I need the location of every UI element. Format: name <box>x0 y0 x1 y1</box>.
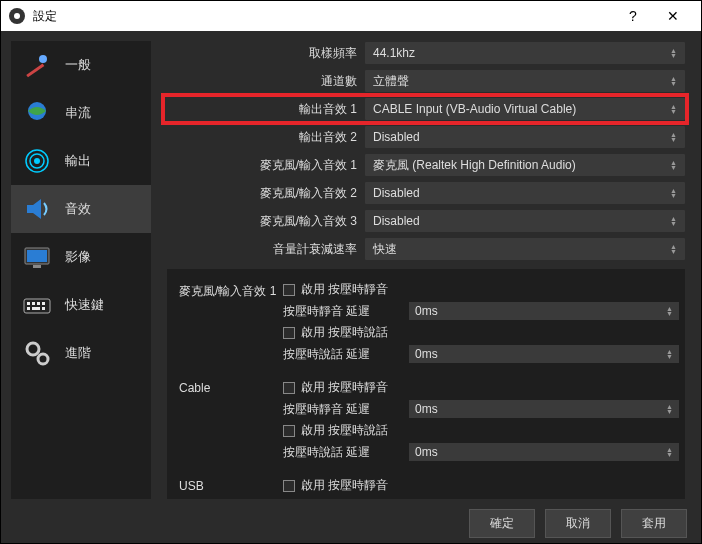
delay-row: 按壓時說話 延遲0ms▲▼ <box>283 345 679 363</box>
label-meter-decay: 音量計衰減速率 <box>167 241 357 258</box>
svg-point-1 <box>39 55 47 63</box>
content-area: 取樣頻率 44.1khz▲▼ 通道數 立體聲▲▼ 輸出音效 1 CABLE In… <box>161 41 691 499</box>
select-sample-rate[interactable]: 44.1khz▲▼ <box>365 42 685 64</box>
svg-rect-15 <box>32 307 40 310</box>
select-mic-aux-2[interactable]: Disabled▲▼ <box>365 182 685 204</box>
checkbox-row: 啟用 按壓時說話 <box>283 422 679 439</box>
checkbox-row: 啟用 按壓時靜音 <box>283 379 679 396</box>
svg-rect-0 <box>26 63 44 77</box>
spinner-arrows-icon: ▲▼ <box>670 76 677 86</box>
sidebar-item-general[interactable]: 一般 <box>11 41 151 89</box>
settings-window: 設定 ? ✕ 一般 串流 輸出 <box>0 0 702 544</box>
checkbox-row: 啟用 按壓時靜音 <box>283 477 679 493</box>
spinner-arrows-icon: ▲▼ <box>670 48 677 58</box>
hotkey-group: USB啟用 按壓時靜音按壓時靜音 延遲0ms▲▼ <box>173 471 679 493</box>
spinner-arrows-icon: ▲▼ <box>670 160 677 170</box>
titlebar: 設定 ? ✕ <box>1 1 701 31</box>
hotkey-group-label: 麥克風/輸入音效 1 <box>173 281 283 363</box>
sidebar-label: 快速鍵 <box>65 296 104 314</box>
checkbox[interactable] <box>283 327 295 339</box>
label-mic-aux-1: 麥克風/輸入音效 1 <box>167 157 357 174</box>
checkbox-label: 啟用 按壓時靜音 <box>301 477 388 493</box>
label-sample-rate: 取樣頻率 <box>167 45 357 62</box>
globe-icon <box>21 97 53 129</box>
window-title: 設定 <box>33 8 57 25</box>
sidebar-item-stream[interactable]: 串流 <box>11 89 151 137</box>
sidebar-item-output[interactable]: 輸出 <box>11 137 151 185</box>
hotkey-group-label: Cable <box>173 379 283 461</box>
delay-row: 按壓時說話 延遲0ms▲▼ <box>283 443 679 461</box>
checkbox-row: 啟用 按壓時說話 <box>283 324 679 341</box>
sidebar-label: 一般 <box>65 56 91 74</box>
checkbox-label: 啟用 按壓時說話 <box>301 324 388 341</box>
spinner-arrows-icon: ▲▼ <box>670 132 677 142</box>
label-channels: 通道數 <box>167 73 357 90</box>
checkbox[interactable] <box>283 480 295 492</box>
tools-icon <box>21 49 53 81</box>
hotkey-group-label: USB <box>173 477 283 493</box>
close-button[interactable]: ✕ <box>653 1 693 31</box>
select-mic-aux-1[interactable]: 麥克風 (Realtek High Definition Audio)▲▼ <box>365 154 685 176</box>
svg-rect-16 <box>42 307 45 310</box>
svg-rect-7 <box>27 250 47 262</box>
broadcast-icon <box>21 145 53 177</box>
hotkey-group: 麥克風/輸入音效 1啟用 按壓時靜音按壓時靜音 延遲0ms▲▼啟用 按壓時說話按… <box>173 275 679 373</box>
svg-rect-10 <box>27 302 30 305</box>
delay-input[interactable]: 0ms▲▼ <box>409 302 679 320</box>
sidebar-label: 進階 <box>65 344 91 362</box>
svg-rect-13 <box>42 302 45 305</box>
delay-row: 按壓時靜音 延遲0ms▲▼ <box>283 302 679 320</box>
help-button[interactable]: ? <box>613 1 653 31</box>
sidebar-item-video[interactable]: 影像 <box>11 233 151 281</box>
sidebar: 一般 串流 輸出 音效 <box>11 41 151 499</box>
svg-rect-12 <box>37 302 40 305</box>
spinner-arrows-icon: ▲▼ <box>670 104 677 114</box>
sidebar-item-audio[interactable]: 音效 <box>11 185 151 233</box>
sidebar-label: 音效 <box>65 200 91 218</box>
monitor-icon <box>21 241 53 273</box>
spinner-arrows-icon: ▲▼ <box>670 216 677 226</box>
checkbox[interactable] <box>283 382 295 394</box>
delay-row: 按壓時靜音 延遲0ms▲▼ <box>283 400 679 418</box>
svg-rect-14 <box>27 307 30 310</box>
label-desktop-audio-1: 輸出音效 1 <box>167 101 357 118</box>
checkbox-label: 啟用 按壓時說話 <box>301 422 388 439</box>
select-channels[interactable]: 立體聲▲▼ <box>365 70 685 92</box>
spinner-arrows-icon: ▲▼ <box>666 306 673 316</box>
delay-label: 按壓時說話 延遲 <box>283 444 403 461</box>
select-mic-aux-3[interactable]: Disabled▲▼ <box>365 210 685 232</box>
svg-rect-11 <box>32 302 35 305</box>
sidebar-label: 串流 <box>65 104 91 122</box>
select-meter-decay[interactable]: 快速▲▼ <box>365 238 685 260</box>
obs-icon <box>9 8 25 24</box>
delay-label: 按壓時靜音 延遲 <box>283 401 403 418</box>
apply-button[interactable]: 套用 <box>621 509 687 538</box>
speaker-icon <box>21 193 53 225</box>
sidebar-item-advanced[interactable]: 進階 <box>11 329 151 377</box>
delay-label: 按壓時說話 延遲 <box>283 346 403 363</box>
delay-input[interactable]: 0ms▲▼ <box>409 345 679 363</box>
spinner-arrows-icon: ▲▼ <box>666 447 673 457</box>
hotkey-group: Cable啟用 按壓時靜音按壓時靜音 延遲0ms▲▼啟用 按壓時說話按壓時說話 … <box>173 373 679 471</box>
footer: 確定 取消 套用 <box>1 503 701 543</box>
delay-label: 按壓時靜音 延遲 <box>283 303 403 320</box>
svg-point-17 <box>27 343 39 355</box>
delay-input[interactable]: 0ms▲▼ <box>409 443 679 461</box>
sidebar-item-hotkeys[interactable]: 快速鍵 <box>11 281 151 329</box>
sidebar-label: 影像 <box>65 248 91 266</box>
label-mic-aux-2: 麥克風/輸入音效 2 <box>167 185 357 202</box>
cancel-button[interactable]: 取消 <box>545 509 611 538</box>
checkbox[interactable] <box>283 284 295 296</box>
checkbox-label: 啟用 按壓時靜音 <box>301 281 388 298</box>
hotkey-area: 麥克風/輸入音效 1啟用 按壓時靜音按壓時靜音 延遲0ms▲▼啟用 按壓時說話按… <box>167 269 685 499</box>
label-mic-aux-3: 麥克風/輸入音效 3 <box>167 213 357 230</box>
select-desktop-audio-2[interactable]: Disabled▲▼ <box>365 126 685 148</box>
checkbox-row: 啟用 按壓時靜音 <box>283 281 679 298</box>
checkbox[interactable] <box>283 425 295 437</box>
select-desktop-audio-1[interactable]: CABLE Input (VB-Audio Virtual Cable)▲▼ <box>365 98 685 120</box>
spinner-arrows-icon: ▲▼ <box>666 349 673 359</box>
ok-button[interactable]: 確定 <box>469 509 535 538</box>
label-desktop-audio-2: 輸出音效 2 <box>167 129 357 146</box>
svg-point-18 <box>38 354 48 364</box>
delay-input[interactable]: 0ms▲▼ <box>409 400 679 418</box>
